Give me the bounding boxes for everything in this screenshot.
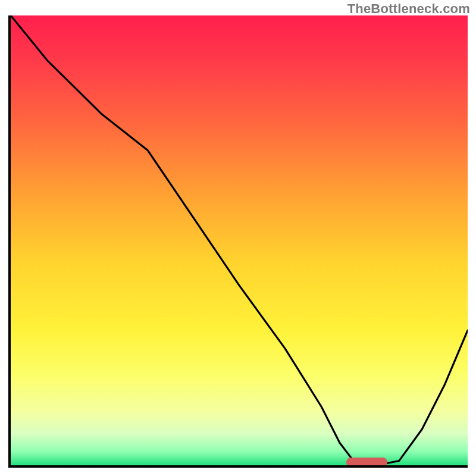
curve-path	[11, 15, 468, 465]
optimal-range-marker	[346, 458, 387, 467]
watermark-text: TheBottleneck.com	[347, 1, 470, 17]
bottleneck-curve	[11, 15, 468, 465]
plot-area	[8, 15, 468, 468]
chart-container: TheBottleneck.com	[0, 0, 476, 476]
